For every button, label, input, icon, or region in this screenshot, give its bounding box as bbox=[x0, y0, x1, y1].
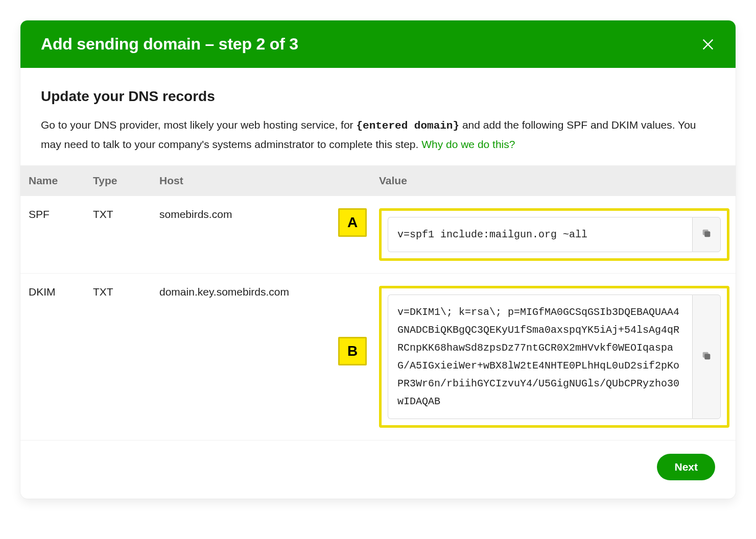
modal-title: Add sending domain – step 2 of 3 bbox=[41, 35, 298, 54]
record-host: domain.key.somebirds.com bbox=[159, 286, 289, 298]
col-value-header: Value bbox=[373, 165, 736, 196]
table-header-row: Name Type Host Value bbox=[20, 165, 736, 196]
modal-footer: Next bbox=[20, 440, 736, 499]
col-name-header: Name bbox=[20, 165, 87, 196]
entered-domain-token: {entered domain} bbox=[356, 120, 459, 132]
table-row: DKIM TXT domain.key.somebirds.com B v=DK… bbox=[20, 274, 736, 440]
table-row: SPF TXT somebirds.com A v=spf1 include:m… bbox=[20, 196, 736, 274]
intro-pre: Go to your DNS provider, most likely you… bbox=[41, 119, 356, 131]
annotation-badge-a: A bbox=[338, 208, 367, 237]
copy-icon bbox=[701, 350, 712, 364]
add-sending-domain-modal: Add sending domain – step 2 of 3 Update … bbox=[20, 20, 736, 499]
dkim-value[interactable]: v=DKIM1\; k=rsa\; p=MIGfMA0GCSqGSIb3DQEB… bbox=[388, 295, 692, 419]
record-type: TXT bbox=[87, 196, 153, 274]
record-host-cell: domain.key.somebirds.com B bbox=[153, 274, 373, 440]
record-value-cell: v=spf1 include:mailgun.org ~all bbox=[373, 196, 736, 274]
copy-spf-button[interactable] bbox=[692, 217, 721, 252]
record-host: somebirds.com bbox=[159, 208, 232, 220]
value-highlight-a: v=spf1 include:mailgun.org ~all bbox=[379, 208, 729, 261]
svg-rect-5 bbox=[703, 352, 708, 358]
spf-value[interactable]: v=spf1 include:mailgun.org ~all bbox=[388, 217, 692, 252]
col-host-header: Host bbox=[153, 165, 373, 196]
record-host-cell: somebirds.com A bbox=[153, 196, 373, 274]
copy-icon bbox=[701, 228, 712, 241]
record-value-cell: v=DKIM1\; k=rsa\; p=MIGfMA0GCSqGSIb3DQEB… bbox=[373, 274, 736, 440]
value-highlight-b: v=DKIM1\; k=rsa\; p=MIGfMA0GCSqGSIb3DQEB… bbox=[379, 286, 729, 428]
section-title: Update your DNS records bbox=[41, 88, 715, 105]
annotation-badge-b: B bbox=[338, 337, 367, 365]
modal-body: Update your DNS records Go to your DNS p… bbox=[20, 68, 736, 165]
record-type: TXT bbox=[87, 274, 153, 440]
section-intro: Go to your DNS provider, most likely you… bbox=[41, 116, 715, 153]
next-button[interactable]: Next bbox=[657, 454, 715, 480]
modal-header: Add sending domain – step 2 of 3 bbox=[20, 20, 736, 68]
dns-records-table: Name Type Host Value SPF TXT somebirds.c… bbox=[20, 165, 736, 440]
close-icon[interactable] bbox=[701, 37, 715, 52]
copy-dkim-button[interactable] bbox=[692, 295, 721, 419]
col-type-header: Type bbox=[87, 165, 153, 196]
svg-rect-3 bbox=[703, 230, 708, 235]
record-name: DKIM bbox=[20, 274, 87, 440]
why-do-we-do-this-link[interactable]: Why do we do this? bbox=[421, 138, 515, 150]
record-name: SPF bbox=[20, 196, 87, 274]
